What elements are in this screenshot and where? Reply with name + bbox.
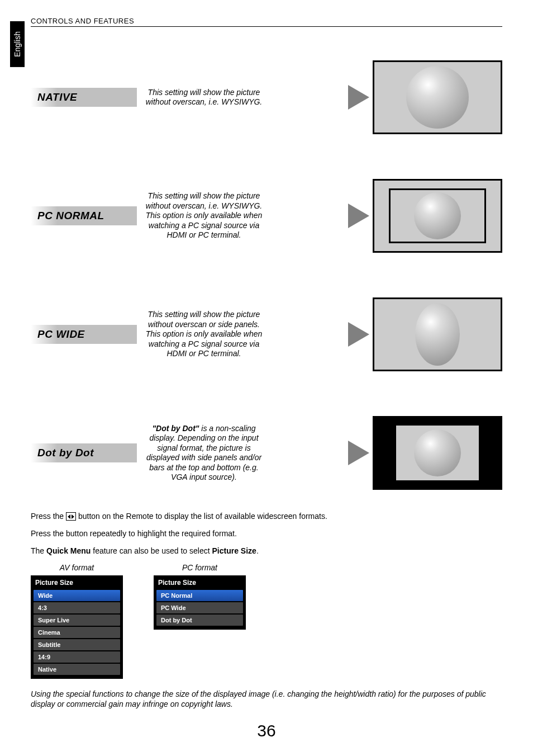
osd-item: Native [34, 664, 120, 675]
osd-item: PC Wide [156, 602, 243, 613]
copyright-footnote: Using the special functions to change th… [31, 689, 502, 709]
sphere-graphic [414, 429, 461, 476]
osd-caption: PC format [154, 563, 246, 572]
osd-title: Picture Size [156, 578, 243, 589]
text: The [31, 546, 46, 555]
osd-item: 4:3 [34, 602, 120, 613]
sphere-graphic [414, 192, 461, 239]
format-illustration [271, 416, 502, 490]
osd-item: Dot by Dot [156, 615, 243, 626]
osd-item: Super Live [34, 615, 120, 626]
format-desc: This setting will show the picture witho… [137, 310, 271, 359]
screen-frame [373, 179, 502, 253]
osd-menu-av: AV format Picture Size Wide 4:3 Super Li… [31, 563, 123, 679]
arrow-right-icon [348, 322, 369, 347]
osd-item: PC Normal [156, 590, 243, 601]
inner-frame [396, 426, 479, 480]
text: feature can also be used to select [91, 546, 212, 555]
format-desc: This setting will show the picture witho… [137, 191, 271, 240]
format-badge: PC WIDE [31, 325, 137, 344]
osd-title: Picture Size [34, 578, 120, 589]
osd-item: Cinema [34, 627, 120, 638]
osd-panel: Picture Size Wide 4:3 Super Live Cinema … [31, 575, 123, 679]
osd-item: Subtitle [34, 639, 120, 650]
osd-caption: AV format [31, 563, 123, 572]
screen-frame [373, 416, 502, 490]
header-rule [31, 26, 502, 27]
text: . [256, 546, 259, 555]
instruction-3: The Quick Menu feature can also be used … [31, 546, 502, 556]
instruction-1: Press the button on the Remote to displa… [31, 511, 502, 522]
instruction-2: Press the button repeatedly to highlight… [31, 528, 502, 539]
screen-content [374, 62, 501, 133]
text: Press the [31, 512, 66, 521]
screen-frame [373, 60, 502, 134]
sphere-graphic [415, 303, 460, 366]
section-header: CONTROLS AND FEATURES [31, 17, 502, 25]
screen-content [374, 299, 501, 370]
desc-strong: "Dot by Dot" [152, 424, 199, 433]
format-row-pcnormal: PC NORMAL This setting will show the pic… [31, 179, 502, 253]
format-row-dotbydot: Dot by Dot "Dot by Dot" is a non-scaling… [31, 416, 502, 490]
picture-size-button-icon [66, 512, 76, 521]
format-badge: Dot by Dot [31, 443, 137, 462]
format-illustration [271, 297, 502, 371]
osd-menus-row: AV format Picture Size Wide 4:3 Super Li… [31, 563, 502, 679]
screen-content [374, 181, 501, 251]
screen-frame [373, 297, 502, 371]
osd-panel: Picture Size PC Normal PC Wide Dot by Do… [154, 575, 246, 630]
format-desc: "Dot by Dot" is a non-scaling display. D… [137, 424, 271, 483]
osd-item: Wide [34, 590, 120, 601]
arrow-right-icon [348, 85, 369, 110]
arrow-right-icon [348, 441, 369, 465]
screen-content [374, 418, 501, 488]
osd-item: 14:9 [34, 651, 120, 663]
text-bold: Picture Size [212, 546, 256, 555]
format-badge: PC NORMAL [31, 206, 137, 225]
format-illustration [271, 179, 502, 253]
format-badge: NATIVE [31, 88, 137, 107]
format-row-native: NATIVE This setting will show the pictur… [31, 60, 502, 134]
sphere-graphic [406, 66, 469, 129]
arrow-right-icon [348, 204, 369, 228]
format-desc: This setting will show the picture witho… [137, 88, 271, 107]
page-number: 36 [0, 721, 533, 740]
text: button on the Remote to display the list… [78, 512, 327, 521]
format-illustration [271, 60, 502, 134]
format-row-pcwide: PC WIDE This setting will show the pictu… [31, 297, 502, 371]
osd-menu-pc: PC format Picture Size PC Normal PC Wide… [154, 563, 246, 679]
text-bold: Quick Menu [46, 546, 91, 555]
inner-frame [389, 188, 486, 243]
